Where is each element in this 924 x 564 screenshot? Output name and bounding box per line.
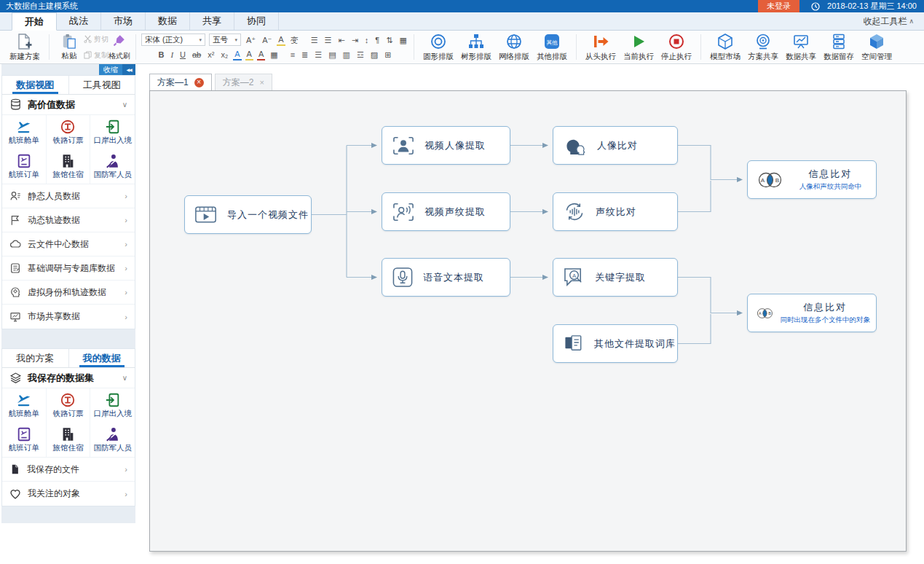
tab-my-data[interactable]: 我的数据 [68,349,135,367]
strikethrough-button[interactable]: ab [191,50,202,60]
run-from-start-button[interactable]: 从头执行 [582,32,620,63]
close-tab-icon[interactable]: × [259,78,264,87]
data-retention-button[interactable]: 数据留存 [820,32,858,63]
format-painter-button[interactable]: 格式刷 [108,34,130,61]
login-status-badge[interactable]: 未登录 [758,0,799,12]
sidebar-collapse-button[interactable]: 收缩 ◀◀ [99,64,135,75]
network-layout-button[interactable]: 网络排版 [495,32,533,63]
flow-node-keyword-extract[interactable]: A 关键字提取 [553,258,678,297]
align-left-button[interactable]: ≡ [289,50,296,60]
font-size-select[interactable]: 五号 ▾ [209,34,241,46]
flow-node-import-video[interactable]: 导入一个视频文件 [184,195,312,234]
clear-format-button[interactable]: A [277,34,285,46]
plan-tab-strip: 方案—1 × 方案—2 × [149,74,272,90]
category-market-shared[interactable]: 市场共享数据 › [2,305,135,329]
shrink-font-button[interactable]: A⁻ [261,35,273,45]
dataset-tile-military-personnel[interactable]: 国防军人员 [90,149,135,184]
pattern-fill-button[interactable]: ▨ [369,50,379,60]
bold-button[interactable]: B [157,50,165,60]
distribute-button[interactable]: ▥ [341,50,352,60]
italic-button[interactable]: I [169,50,175,60]
menu-tab-collab[interactable]: 协同 [234,12,279,30]
menu-tab-tactics[interactable]: 战法 [57,12,101,30]
table-grid-button[interactable]: ▦ [398,35,408,45]
dataset-tile-hotel-stay[interactable]: 旅馆住宿 [47,423,91,457]
workflow-canvas[interactable]: 导入一个视频文件 视频人像提取 视频声纹提取 语音文本提取 人像 [149,90,907,552]
run-current-button[interactable]: 当前执行 [620,32,658,63]
flow-node-info-compare-1[interactable]: A B 信息比对 人像和声纹共同命中 [747,160,877,199]
copy-button[interactable]: 复制 [84,50,108,60]
sort-button[interactable]: ⇅ [384,35,394,45]
flow-node-video-face-extract[interactable]: 视频人像提取 [382,126,510,165]
dataset-tile-military-personnel[interactable]: 国防军人员 [90,423,135,457]
tab-my-plans[interactable]: 我的方案 [2,349,68,367]
align-center-button[interactable]: ≣ [300,50,309,60]
my-saved-files-row[interactable]: 我保存的文件 › [2,458,135,482]
highlight-button[interactable]: A [245,49,253,60]
new-plan-button[interactable]: 新建方案 [6,32,44,63]
flow-node-speech-to-text[interactable]: 语音文本提取 [382,258,510,297]
stop-run-button[interactable]: 停止执行 [658,32,695,63]
decrease-indent-button[interactable]: ⇤ [336,35,346,45]
category-cloud-file-center[interactable]: 云文件中心数据 › [2,232,135,256]
increase-indent-button[interactable]: ⇥ [350,35,360,45]
font-color-button[interactable]: A [257,49,265,60]
number-list-button[interactable]: ☰ [323,35,333,45]
superscript-button[interactable]: x² [206,50,216,60]
dataset-tile-border-entry-exit[interactable]: 口岸出入境 [90,115,135,149]
align-right-button[interactable]: ☰ [313,50,323,60]
borders-button[interactable]: ⊞ [383,50,392,60]
flow-node-portrait-compare[interactable]: 人像比对 [553,126,678,165]
dataset-tile-border-entry-exit[interactable]: 口岸出入境 [90,388,135,423]
underline-button[interactable]: U [178,50,187,60]
paragraph-shading-button[interactable]: ☲ [355,50,366,60]
flow-node-info-compare-2[interactable]: A B 信息比对 同时出现在多个文件中的对象 [747,294,877,332]
high-value-data-header[interactable]: 高价值数据 ∨ [2,95,135,115]
dataset-tile-flight-order[interactable]: 航班订单 [2,149,47,184]
line-spacing-button[interactable]: ↕ [363,35,371,45]
dataset-tile-flight-manifest[interactable]: 航班舱单 [2,388,47,423]
flow-node-video-voiceprint-extract[interactable]: 视频声纹提取 [382,192,510,231]
tree-layout-button[interactable]: 树形排版 [457,32,495,63]
font-effects-button[interactable]: A [233,49,241,60]
my-followed-objects-row[interactable]: 我关注的对象 › [2,482,135,506]
justify-button[interactable]: ▤ [327,50,337,60]
menu-tab-share[interactable]: 共享 [190,12,234,30]
change-case-button[interactable]: 变 [289,35,300,45]
tab-data-view[interactable]: 数据视图 [2,76,68,94]
other-layout-button[interactable]: 其他 其他排版 [533,32,571,63]
shading-button[interactable]: ▦ [269,50,279,60]
flow-node-voiceprint-compare[interactable]: 声纹比对 [553,192,678,231]
subscript-button[interactable]: x₂ [219,50,229,60]
plan-share-button[interactable]: 方案共享 [744,32,782,63]
cut-button[interactable]: 剪切 [84,34,108,44]
menu-tab-data[interactable]: 数据 [146,12,190,30]
menu-tab-market[interactable]: 市场 [101,12,146,30]
font-family-select[interactable]: 宋体 (正文) ▾ [141,34,205,46]
plan-tab-2[interactable]: 方案—2 × [215,74,272,90]
data-share-button[interactable]: 数据共享 [782,32,820,63]
dataset-tile-railway-ticket[interactable]: 铁路订票 [47,388,91,423]
dataset-tile-hotel-stay[interactable]: 旅馆住宿 [47,149,91,184]
category-dynamic-track[interactable]: 动态轨迹数据 › [2,208,135,232]
category-basic-research[interactable]: 基础调研与专题库数据 › [2,256,135,281]
collapse-toolbar-button[interactable]: 收起工具栏 ∧ [863,12,924,30]
dataset-tile-railway-ticket[interactable]: 铁路订票 [47,115,91,149]
saved-datasets-header[interactable]: 我保存的数据集 ∨ [2,368,135,388]
dataset-tile-flight-order[interactable]: 航班订单 [2,423,47,457]
tab-tool-view[interactable]: 工具视图 [68,76,135,94]
model-market-button[interactable]: 模型市场 [706,32,744,63]
close-tab-icon[interactable]: × [194,78,204,87]
plan-tab-1[interactable]: 方案—1 × [149,74,212,90]
circle-layout-button[interactable]: 圆形排版 [419,32,457,63]
dataset-tile-flight-manifest[interactable]: 航班舱单 [2,115,47,149]
grow-font-button[interactable]: A⁺ [245,35,257,45]
category-virtual-identity[interactable]: 虚拟身份和轨迹数据 › [2,281,135,305]
category-static-personnel[interactable]: 静态人员数据 › [2,184,135,208]
paste-button[interactable]: 粘贴 [55,32,84,63]
paragraph-mark-button[interactable]: ¶ [374,35,381,45]
menu-tab-start[interactable]: 开始 [12,12,57,31]
flow-node-other-files-lexicon[interactable]: 其他文件提取词库 [553,324,678,363]
bullet-list-button[interactable]: ☰ [309,35,320,45]
space-management-button[interactable]: 空间管理 [858,32,896,63]
